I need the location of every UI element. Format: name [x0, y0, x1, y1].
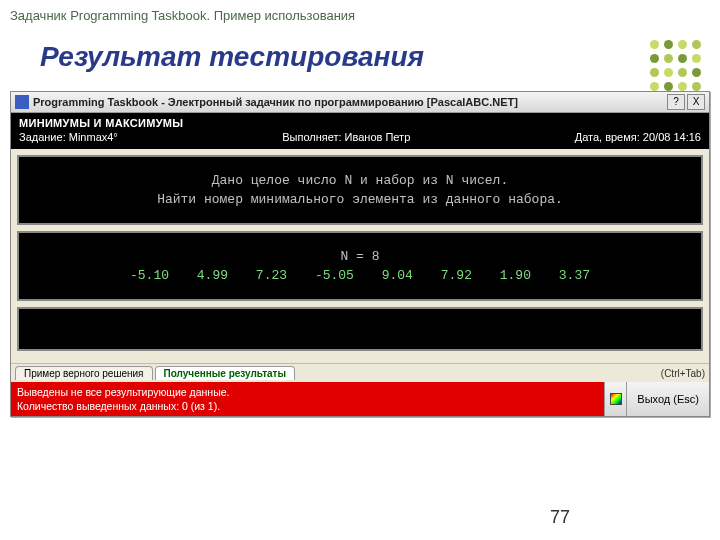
decorative-dots — [650, 40, 702, 92]
tab-example-solution[interactable]: Пример верного решения — [15, 366, 153, 380]
info-bar: МИНИМУМЫ И МАКСИМУМЫ Задание: Minmax4° В… — [11, 113, 709, 149]
page-number: 77 — [550, 507, 570, 528]
tab-results[interactable]: Полученные результаты — [155, 366, 296, 380]
slide-breadcrumb: Задачник Programming Taskbook. Пример ис… — [0, 0, 720, 27]
n-value: N = 8 — [27, 249, 693, 264]
error-line-1: Выведены не все результирующие данные. — [17, 385, 598, 399]
exit-button[interactable]: Выход (Esc) — [626, 382, 709, 416]
value-3: -5.05 — [315, 268, 354, 283]
output-panel — [17, 307, 703, 351]
problem-line-2: Найти номер минимального элемента из дан… — [27, 192, 693, 207]
value-4: 9.04 — [382, 268, 413, 283]
error-bar: Выведены не все результирующие данные. К… — [11, 382, 604, 416]
app-icon — [15, 95, 29, 109]
app-window: Programming Taskbook - Электронный задач… — [10, 91, 710, 417]
tabs-row: Пример верного решения Полученные резуль… — [11, 363, 709, 382]
help-button[interactable]: ? — [667, 94, 685, 110]
problem-panel: Дано целое число N и набор из N чисел. Н… — [17, 155, 703, 225]
input-data-panel: N = 8 -5.10 4.99 7.23 -5.05 9.04 7.92 1.… — [17, 231, 703, 301]
task-label: Задание: Minmax4° — [19, 131, 118, 143]
value-7: 3.37 — [559, 268, 590, 283]
close-button[interactable]: X — [687, 94, 705, 110]
value-1: 4.99 — [197, 268, 228, 283]
color-picker-button[interactable] — [604, 382, 626, 416]
value-5: 7.92 — [441, 268, 472, 283]
tab-shortcut-hint: (Ctrl+Tab) — [661, 368, 705, 379]
problem-line-1: Дано целое число N и набор из N чисел. — [27, 173, 693, 188]
slide-title: Результат тестирования — [0, 27, 720, 85]
window-title: Programming Taskbook - Электронный задач… — [33, 96, 665, 108]
datetime-label: Дата, время: 20/08 14:16 — [575, 131, 701, 143]
category-label: МИНИМУМЫ И МАКСИМУМЫ — [19, 117, 701, 129]
panels-container: Дано целое число N и набор из N чисел. Н… — [11, 149, 709, 363]
student-label: Выполняет: Иванов Петр — [282, 131, 410, 143]
value-2: 7.23 — [256, 268, 287, 283]
error-line-2: Количество выведенных данных: 0 (из 1). — [17, 399, 598, 413]
values-row: -5.10 4.99 7.23 -5.05 9.04 7.92 1.90 3.3… — [27, 268, 693, 283]
value-0: -5.10 — [130, 268, 169, 283]
bottom-row: Выведены не все результирующие данные. К… — [11, 382, 709, 416]
palette-icon — [610, 393, 622, 405]
titlebar: Programming Taskbook - Электронный задач… — [11, 92, 709, 113]
value-6: 1.90 — [500, 268, 531, 283]
